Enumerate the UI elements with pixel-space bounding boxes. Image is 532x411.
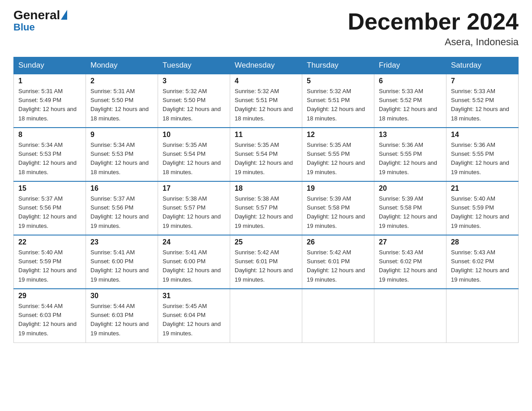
day-info: Sunrise: 5:35 AM Sunset: 5:55 PM Dayligh… (307, 141, 369, 177)
logo-blue-text: Blue (13, 21, 67, 33)
day-number: 6 (379, 77, 442, 85)
column-header-thursday: Thursday (302, 57, 374, 74)
day-number: 27 (379, 238, 442, 246)
column-header-wednesday: Wednesday (230, 57, 302, 74)
day-number: 13 (379, 131, 442, 139)
day-info: Sunrise: 5:43 AM Sunset: 6:02 PM Dayligh… (451, 248, 514, 284)
title-section: December 2024 Asera, Indonesia (348, 9, 519, 48)
day-number: 20 (379, 184, 442, 193)
calendar-cell: 8 Sunrise: 5:34 AM Sunset: 5:53 PM Dayli… (14, 128, 86, 181)
column-header-monday: Monday (86, 57, 158, 74)
calendar-cell (230, 289, 302, 342)
day-info: Sunrise: 5:41 AM Sunset: 6:00 PM Dayligh… (90, 248, 153, 284)
calendar-cell: 4 Sunrise: 5:32 AM Sunset: 5:51 PM Dayli… (230, 74, 302, 128)
calendar-cell: 18 Sunrise: 5:38 AM Sunset: 5:57 PM Dayl… (230, 181, 302, 235)
day-info: Sunrise: 5:42 AM Sunset: 6:01 PM Dayligh… (235, 248, 297, 284)
day-info: Sunrise: 5:35 AM Sunset: 5:54 PM Dayligh… (163, 141, 225, 177)
calendar-cell: 29 Sunrise: 5:44 AM Sunset: 6:03 PM Dayl… (14, 289, 86, 342)
day-number: 5 (307, 77, 369, 85)
day-info: Sunrise: 5:35 AM Sunset: 5:54 PM Dayligh… (235, 141, 297, 177)
column-header-tuesday: Tuesday (158, 57, 230, 74)
day-info: Sunrise: 5:40 AM Sunset: 5:59 PM Dayligh… (18, 248, 81, 284)
day-number: 17 (163, 184, 225, 193)
calendar-cell: 19 Sunrise: 5:39 AM Sunset: 5:58 PM Dayl… (302, 181, 374, 235)
calendar-cell (446, 289, 519, 342)
week-row-5: 29 Sunrise: 5:44 AM Sunset: 6:03 PM Dayl… (14, 289, 519, 342)
day-number: 21 (451, 184, 514, 193)
day-info: Sunrise: 5:33 AM Sunset: 5:52 PM Dayligh… (451, 87, 514, 123)
column-header-saturday: Saturday (446, 57, 519, 74)
calendar-cell: 3 Sunrise: 5:32 AM Sunset: 5:50 PM Dayli… (158, 74, 230, 128)
day-number: 4 (235, 77, 297, 85)
calendar-cell: 21 Sunrise: 5:40 AM Sunset: 5:59 PM Dayl… (446, 181, 519, 235)
calendar-cell: 22 Sunrise: 5:40 AM Sunset: 5:59 PM Dayl… (14, 235, 86, 289)
day-number: 31 (163, 292, 225, 300)
calendar-cell: 24 Sunrise: 5:41 AM Sunset: 6:00 PM Dayl… (158, 235, 230, 289)
day-info: Sunrise: 5:31 AM Sunset: 5:49 PM Dayligh… (18, 87, 81, 123)
day-number: 12 (307, 131, 369, 139)
day-number: 30 (90, 292, 153, 300)
calendar-cell: 28 Sunrise: 5:43 AM Sunset: 6:02 PM Dayl… (446, 235, 519, 289)
calendar-header-row: SundayMondayTuesdayWednesdayThursdayFrid… (14, 57, 519, 74)
day-info: Sunrise: 5:39 AM Sunset: 5:58 PM Dayligh… (379, 194, 442, 231)
week-row-2: 8 Sunrise: 5:34 AM Sunset: 5:53 PM Dayli… (14, 128, 519, 181)
day-info: Sunrise: 5:31 AM Sunset: 5:50 PM Dayligh… (90, 87, 153, 123)
day-info: Sunrise: 5:37 AM Sunset: 5:56 PM Dayligh… (18, 194, 81, 231)
calendar-cell: 10 Sunrise: 5:35 AM Sunset: 5:54 PM Dayl… (158, 128, 230, 181)
day-number: 19 (307, 184, 369, 193)
day-number: 23 (90, 238, 153, 246)
logo-triangle-icon (61, 10, 67, 20)
calendar-cell: 5 Sunrise: 5:32 AM Sunset: 5:51 PM Dayli… (302, 74, 374, 128)
calendar-cell: 15 Sunrise: 5:37 AM Sunset: 5:56 PM Dayl… (14, 181, 86, 235)
calendar-cell: 23 Sunrise: 5:41 AM Sunset: 6:00 PM Dayl… (86, 235, 158, 289)
calendar-cell: 2 Sunrise: 5:31 AM Sunset: 5:50 PM Dayli… (86, 74, 158, 128)
day-info: Sunrise: 5:34 AM Sunset: 5:53 PM Dayligh… (18, 141, 81, 177)
day-info: Sunrise: 5:32 AM Sunset: 5:51 PM Dayligh… (307, 87, 369, 123)
column-header-sunday: Sunday (14, 57, 86, 74)
day-number: 18 (235, 184, 297, 193)
day-info: Sunrise: 5:34 AM Sunset: 5:53 PM Dayligh… (90, 141, 153, 177)
calendar-cell: 6 Sunrise: 5:33 AM Sunset: 5:52 PM Dayli… (374, 74, 446, 128)
calendar-cell: 30 Sunrise: 5:44 AM Sunset: 6:03 PM Dayl… (86, 289, 158, 342)
calendar-cell: 20 Sunrise: 5:39 AM Sunset: 5:58 PM Dayl… (374, 181, 446, 235)
calendar-cell: 13 Sunrise: 5:36 AM Sunset: 5:55 PM Dayl… (374, 128, 446, 181)
day-info: Sunrise: 5:37 AM Sunset: 5:56 PM Dayligh… (90, 194, 153, 231)
calendar-cell: 7 Sunrise: 5:33 AM Sunset: 5:52 PM Dayli… (446, 74, 519, 128)
week-row-3: 15 Sunrise: 5:37 AM Sunset: 5:56 PM Dayl… (14, 181, 519, 235)
day-info: Sunrise: 5:33 AM Sunset: 5:52 PM Dayligh… (379, 87, 442, 123)
day-number: 11 (235, 131, 297, 139)
calendar-cell: 25 Sunrise: 5:42 AM Sunset: 6:01 PM Dayl… (230, 235, 302, 289)
day-number: 16 (90, 184, 153, 193)
day-number: 14 (451, 131, 514, 139)
day-info: Sunrise: 5:36 AM Sunset: 5:55 PM Dayligh… (451, 141, 514, 177)
month-title: December 2024 (348, 9, 519, 34)
location-label: Asera, Indonesia (348, 36, 519, 48)
column-header-friday: Friday (374, 57, 446, 74)
day-info: Sunrise: 5:44 AM Sunset: 6:03 PM Dayligh… (18, 302, 81, 338)
calendar-cell: 31 Sunrise: 5:45 AM Sunset: 6:04 PM Dayl… (158, 289, 230, 342)
day-info: Sunrise: 5:38 AM Sunset: 5:57 PM Dayligh… (163, 194, 225, 231)
day-info: Sunrise: 5:41 AM Sunset: 6:00 PM Dayligh… (163, 248, 225, 284)
day-number: 9 (90, 131, 153, 139)
day-number: 25 (235, 238, 297, 246)
day-number: 29 (18, 292, 81, 300)
logo-general-text: General (13, 9, 60, 21)
day-info: Sunrise: 5:44 AM Sunset: 6:03 PM Dayligh… (90, 302, 153, 338)
calendar-cell: 9 Sunrise: 5:34 AM Sunset: 5:53 PM Dayli… (86, 128, 158, 181)
day-number: 15 (18, 184, 81, 193)
day-number: 8 (18, 131, 81, 139)
calendar-cell: 26 Sunrise: 5:42 AM Sunset: 6:01 PM Dayl… (302, 235, 374, 289)
day-info: Sunrise: 5:32 AM Sunset: 5:50 PM Dayligh… (163, 87, 225, 123)
calendar-cell: 14 Sunrise: 5:36 AM Sunset: 5:55 PM Dayl… (446, 128, 519, 181)
day-info: Sunrise: 5:32 AM Sunset: 5:51 PM Dayligh… (235, 87, 297, 123)
day-number: 2 (90, 77, 153, 85)
week-row-1: 1 Sunrise: 5:31 AM Sunset: 5:49 PM Dayli… (14, 74, 519, 128)
calendar-cell: 16 Sunrise: 5:37 AM Sunset: 5:56 PM Dayl… (86, 181, 158, 235)
day-number: 10 (163, 131, 225, 139)
calendar-cell (302, 289, 374, 342)
calendar-cell: 17 Sunrise: 5:38 AM Sunset: 5:57 PM Dayl… (158, 181, 230, 235)
calendar-cell (374, 289, 446, 342)
day-info: Sunrise: 5:43 AM Sunset: 6:02 PM Dayligh… (379, 248, 442, 284)
day-info: Sunrise: 5:39 AM Sunset: 5:58 PM Dayligh… (307, 194, 369, 231)
day-info: Sunrise: 5:45 AM Sunset: 6:04 PM Dayligh… (163, 302, 225, 338)
